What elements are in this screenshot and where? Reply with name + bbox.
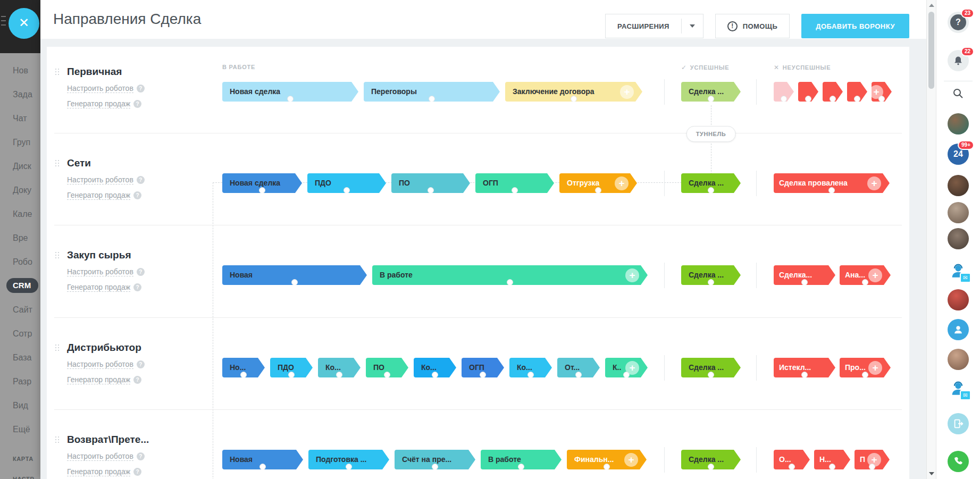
avatar[interactable] [948,202,969,223]
stage-chip[interactable]: Финальн...+ [567,450,647,469]
connector-dot[interactable] [480,372,486,378]
avatar[interactable] [948,289,969,310]
stage-chip[interactable]: Переговоры [364,82,500,102]
connector-dot[interactable] [623,372,630,378]
connector-dot[interactable] [781,96,787,102]
add-status-button[interactable]: + [624,453,638,467]
stage-chip[interactable]: ОГП [462,358,504,377]
add-funnel-button[interactable]: ДОБАВИТЬ ВОРОНКУ [801,14,909,38]
success-chip[interactable]: Сделка ... [681,450,741,469]
help-button[interactable]: ! ПОМОЩЬ [716,14,789,38]
connector-dot[interactable] [830,96,836,102]
question-hint-icon[interactable]: ? [133,100,141,108]
success-chip[interactable]: Сделка ... [681,358,741,377]
extensions-dropdown-button[interactable] [682,14,703,38]
fail-chip[interactable]: П+ [855,450,890,469]
connector-dot[interactable] [344,187,350,194]
stage-chip[interactable]: Ко... [509,358,552,377]
add-status-button[interactable]: + [625,268,639,282]
connector-dot[interactable] [507,279,513,285]
question-hint-icon[interactable]: ? [137,85,145,93]
inbox-counter-button[interactable]: 24 99+ [948,144,969,165]
connector-dot[interactable] [259,187,265,194]
drag-handle-icon[interactable] [55,344,59,351]
search-button[interactable] [948,83,969,104]
connector-dot[interactable] [801,372,808,378]
drag-handle-icon[interactable] [55,252,59,258]
question-hint-icon[interactable]: ? [133,283,141,291]
sales-generator-link[interactable]: Генератор продаж? [67,283,141,291]
connector-dot[interactable] [288,372,295,378]
setup-robots-link[interactable]: Настроить роботов? [67,360,145,368]
connector-dot[interactable] [878,96,885,102]
drag-handle-icon[interactable] [55,160,59,166]
stage-chip[interactable]: В работе [481,450,562,469]
fail-chip[interactable]: О... [774,450,810,469]
notifications-button[interactable]: 22 [948,50,969,71]
fail-chip[interactable]: + [872,82,892,102]
sales-generator-link[interactable]: Генератор продаж? [67,375,141,384]
sales-generator-link[interactable]: Генератор продаж? [67,99,141,108]
connector-dot[interactable] [346,464,352,470]
drag-handle-icon[interactable] [55,436,59,443]
support-contact-button[interactable]: ✉ [948,260,969,281]
connector-dot[interactable] [512,187,518,194]
scroll-up-icon[interactable] [929,4,934,7]
question-hint-icon[interactable]: ? [133,376,141,384]
sales-generator-link[interactable]: Генератор продаж? [67,467,141,476]
connector-dot[interactable] [805,96,811,102]
user-contact-button[interactable] [948,319,969,340]
fail-chip[interactable]: Сделка... [774,265,835,285]
stage-chip[interactable]: К..+ [605,358,648,377]
connector-dot[interactable] [708,187,714,194]
add-status-button[interactable]: + [868,268,882,282]
fail-chip[interactable] [847,82,867,102]
connector-dot[interactable] [708,464,714,470]
connector-dot[interactable] [854,96,860,102]
tunnel-badge[interactable]: ТУННЕЛЬ [686,126,736,142]
fail-chip[interactable] [798,82,818,102]
connector-dot[interactable] [291,279,298,285]
stage-chip[interactable]: ПДО [270,358,313,377]
connector-dot[interactable] [432,464,438,470]
fail-chip[interactable]: Н... [814,450,850,469]
connector-dot[interactable] [801,279,808,285]
connector-dot[interactable] [708,372,714,378]
avatar[interactable] [948,175,969,196]
connector-dot[interactable] [708,279,714,285]
avatar[interactable] [948,228,969,249]
connector-dot[interactable] [428,187,434,194]
support-contact-button[interactable]: ✉ [948,377,969,399]
setup-robots-link[interactable]: Настроить роботов? [67,175,145,184]
connector-dot[interactable] [862,372,868,378]
fail-chip[interactable] [823,82,843,102]
stage-chip[interactable]: Новая [222,265,367,285]
stage-chip[interactable]: Заключение договора+ [505,82,642,102]
connector-dot[interactable] [789,464,795,470]
stage-chip[interactable]: ПДО [307,173,386,193]
fail-chip[interactable]: Про...+ [840,358,891,377]
add-status-button[interactable]: + [615,177,629,190]
add-status-button[interactable]: + [867,177,881,190]
pipeline-title[interactable]: Первичная [67,66,210,78]
connector-dot[interactable] [518,464,524,470]
connector-dot[interactable] [575,372,582,378]
question-hint-icon[interactable]: ? [133,191,141,199]
stage-chip[interactable]: Новая [222,450,303,469]
fail-chip[interactable]: Сделка провалена+ [774,173,890,193]
stage-chip[interactable]: Ко... [414,358,456,377]
connector-dot[interactable] [240,372,247,378]
connector-dot[interactable] [287,96,294,102]
connector-dot[interactable] [432,372,438,378]
stage-chip[interactable]: В работе+ [372,265,648,285]
fail-chip[interactable]: Ана...+ [840,265,891,285]
stage-chip[interactable]: ПО [366,358,408,377]
question-hint-icon[interactable]: ? [137,360,145,368]
stage-chip[interactable]: Новая сделка [222,173,302,193]
stage-chip[interactable]: Ко... [318,358,361,377]
question-hint-icon[interactable]: ? [137,452,145,460]
scrollbar[interactable] [926,0,936,479]
stage-chip[interactable]: Но... [222,358,265,377]
success-chip[interactable]: Сделка ... [681,82,741,102]
pipeline-title[interactable]: Дистрибьютор [67,342,210,354]
